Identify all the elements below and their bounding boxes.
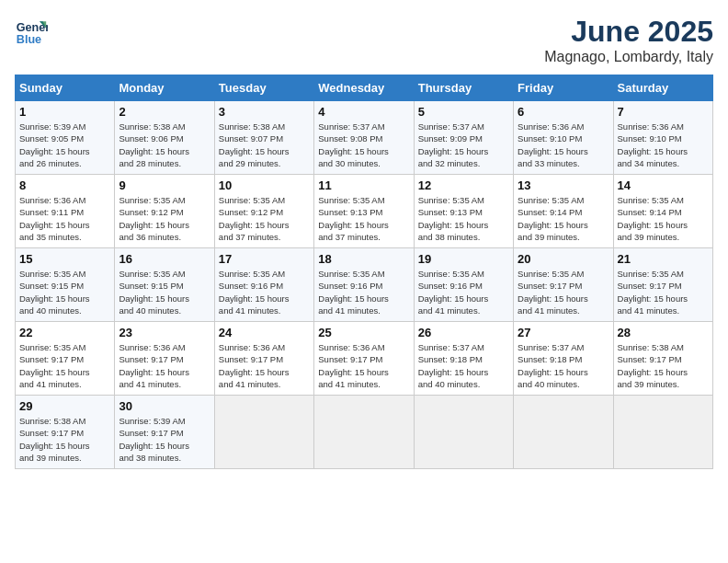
table-row: 10Sunrise: 5:35 AMSunset: 9:12 PMDayligh… — [214, 175, 313, 248]
table-row: 9Sunrise: 5:35 AMSunset: 9:12 PMDaylight… — [115, 175, 214, 248]
table-row: 29Sunrise: 5:38 AMSunset: 9:17 PMDayligh… — [16, 396, 115, 469]
week-row: 22Sunrise: 5:35 AMSunset: 9:17 PMDayligh… — [16, 322, 713, 396]
page-header: General Blue June 2025 Magnago, Lombardy… — [15, 15, 713, 65]
header-thursday: Thursday — [414, 75, 513, 101]
table-row: 25Sunrise: 5:36 AMSunset: 9:17 PMDayligh… — [314, 322, 414, 396]
table-row — [613, 396, 712, 469]
table-row: 1Sunrise: 5:39 AMSunset: 9:05 PMDaylight… — [16, 101, 115, 175]
table-row — [214, 396, 313, 469]
table-row: 2Sunrise: 5:38 AMSunset: 9:06 PMDaylight… — [115, 101, 214, 175]
table-row: 17Sunrise: 5:35 AMSunset: 9:16 PMDayligh… — [214, 248, 313, 322]
calendar-subtitle: Magnago, Lombardy, Italy — [544, 49, 713, 65]
week-row: 29Sunrise: 5:38 AMSunset: 9:17 PMDayligh… — [16, 396, 713, 469]
table-row: 21Sunrise: 5:35 AMSunset: 9:17 PMDayligh… — [613, 248, 712, 322]
title-area: June 2025 Magnago, Lombardy, Italy — [544, 15, 713, 65]
table-row — [314, 396, 414, 469]
table-row: 16Sunrise: 5:35 AMSunset: 9:15 PMDayligh… — [115, 248, 214, 322]
table-row: 14Sunrise: 5:35 AMSunset: 9:14 PMDayligh… — [613, 175, 712, 248]
header-row: Sunday Monday Tuesday Wednesday Thursday… — [16, 75, 713, 101]
svg-text:Blue: Blue — [17, 33, 41, 46]
week-row: 1Sunrise: 5:39 AMSunset: 9:05 PMDaylight… — [16, 101, 713, 175]
table-row — [514, 396, 613, 469]
table-row: 27Sunrise: 5:37 AMSunset: 9:18 PMDayligh… — [514, 322, 613, 396]
table-row: 24Sunrise: 5:36 AMSunset: 9:17 PMDayligh… — [214, 322, 313, 396]
header-saturday: Saturday — [613, 75, 712, 101]
logo: General Blue — [15, 15, 48, 48]
calendar-title: June 2025 — [544, 15, 713, 49]
header-friday: Friday — [514, 75, 613, 101]
table-row: 22Sunrise: 5:35 AMSunset: 9:17 PMDayligh… — [16, 322, 115, 396]
table-row: 5Sunrise: 5:37 AMSunset: 9:09 PMDaylight… — [414, 101, 513, 175]
week-row: 8Sunrise: 5:36 AMSunset: 9:11 PMDaylight… — [16, 175, 713, 248]
week-row: 15Sunrise: 5:35 AMSunset: 9:15 PMDayligh… — [16, 248, 713, 322]
table-row: 15Sunrise: 5:35 AMSunset: 9:15 PMDayligh… — [16, 248, 115, 322]
table-row: 12Sunrise: 5:35 AMSunset: 9:13 PMDayligh… — [414, 175, 513, 248]
header-wednesday: Wednesday — [314, 75, 414, 101]
table-row: 18Sunrise: 5:35 AMSunset: 9:16 PMDayligh… — [314, 248, 414, 322]
header-tuesday: Tuesday — [214, 75, 313, 101]
header-sunday: Sunday — [16, 75, 115, 101]
table-row: 19Sunrise: 5:35 AMSunset: 9:16 PMDayligh… — [414, 248, 513, 322]
table-row: 4Sunrise: 5:37 AMSunset: 9:08 PMDaylight… — [314, 101, 414, 175]
calendar-table: Sunday Monday Tuesday Wednesday Thursday… — [15, 75, 713, 469]
table-row — [414, 396, 513, 469]
table-row: 28Sunrise: 5:38 AMSunset: 9:17 PMDayligh… — [613, 322, 712, 396]
header-monday: Monday — [115, 75, 214, 101]
logo-icon: General Blue — [15, 15, 48, 48]
table-row: 20Sunrise: 5:35 AMSunset: 9:17 PMDayligh… — [514, 248, 613, 322]
table-row: 7Sunrise: 5:36 AMSunset: 9:10 PMDaylight… — [613, 101, 712, 175]
table-row: 23Sunrise: 5:36 AMSunset: 9:17 PMDayligh… — [115, 322, 214, 396]
table-row: 6Sunrise: 5:36 AMSunset: 9:10 PMDaylight… — [514, 101, 613, 175]
table-row: 11Sunrise: 5:35 AMSunset: 9:13 PMDayligh… — [314, 175, 414, 248]
table-row: 3Sunrise: 5:38 AMSunset: 9:07 PMDaylight… — [214, 101, 313, 175]
table-row: 13Sunrise: 5:35 AMSunset: 9:14 PMDayligh… — [514, 175, 613, 248]
table-row: 8Sunrise: 5:36 AMSunset: 9:11 PMDaylight… — [16, 175, 115, 248]
table-row: 30Sunrise: 5:39 AMSunset: 9:17 PMDayligh… — [115, 396, 214, 469]
table-row: 26Sunrise: 5:37 AMSunset: 9:18 PMDayligh… — [414, 322, 513, 396]
